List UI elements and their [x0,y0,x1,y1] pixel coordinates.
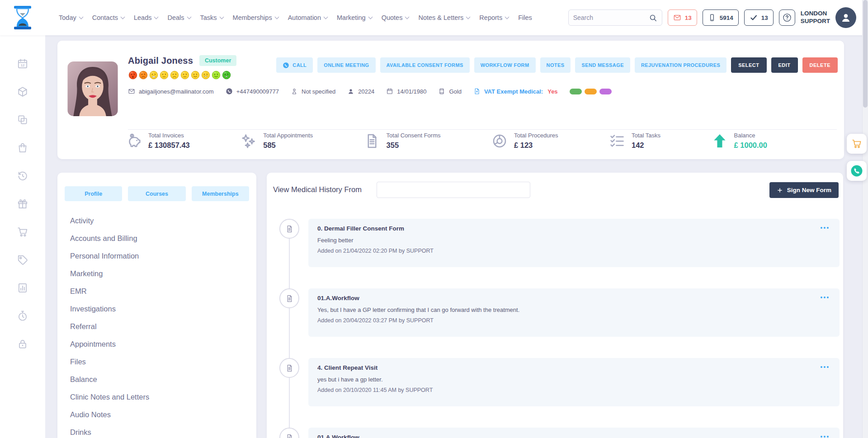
action-button[interactable]: AVAILABLE CONSENT FORMS [380,57,470,73]
client-photo[interactable] [67,61,118,116]
panel-menu-item[interactable]: Personal Information [70,247,256,265]
timeline-line [289,229,290,438]
mood-face-icon[interactable] [180,71,189,80]
action-button[interactable]: CALL [276,57,313,73]
action-button[interactable]: NOTES [540,57,571,73]
cart-icon[interactable] [17,226,28,238]
mood-face-icon[interactable] [212,71,221,80]
action-button[interactable]: WORKFLOW FORM [474,57,536,73]
panel-menu-item[interactable]: Drinks [70,424,256,438]
history-filter-input[interactable] [377,182,530,198]
contact-item-value: +447490009777 [236,88,279,95]
stopwatch-icon[interactable] [17,310,28,322]
nav-item[interactable]: Deals [167,14,190,21]
tasks-counter-button[interactable]: 13 [744,9,774,26]
history-icon[interactable] [17,170,28,182]
scrollbar-thumb[interactable] [863,0,868,108]
color-tag [599,89,612,94]
timeline-entry: 4. Client Repeat Visit yes but i have a … [308,358,840,406]
mood-face-icon[interactable] [222,71,231,80]
panel-menu-item[interactable]: EMR [70,283,256,300]
calls-counter-button[interactable]: 5914 [703,9,739,26]
donut-chart-icon [491,132,508,150]
entry-menu-button[interactable] [819,364,830,370]
search-input[interactable] [573,14,649,21]
nav-item[interactable]: Automation [288,14,327,21]
user-avatar[interactable] [835,7,856,28]
calendar-icon[interactable]: 12 [17,58,28,70]
mood-face-icon[interactable] [201,71,210,80]
nav-item[interactable]: Tasks [200,14,223,21]
location-line2: SUPPORT [801,18,830,25]
action-button[interactable]: EDIT [771,57,798,73]
floating-action-button[interactable] [847,134,867,154]
nav-item[interactable]: Memberships [233,14,278,21]
bar-chart-icon[interactable] [17,282,28,294]
nav-item[interactable]: Notes & Letters [418,14,470,21]
package-icon[interactable] [17,86,28,98]
help-button[interactable] [779,9,795,26]
sign-new-form-button[interactable]: Sign New Form [769,182,839,198]
lock-icon[interactable] [17,338,28,350]
nav-item[interactable]: Marketing [337,14,372,21]
panel-tab[interactable]: Memberships [192,186,249,201]
nav-item-label: Reports [479,14,502,21]
nav-item[interactable]: Files [518,14,532,21]
panel-menu-item[interactable]: Audio Notes [70,406,256,424]
stat-item: Total Procedures £ 123 [491,132,558,150]
panel-menu-item[interactable]: Marketing [70,265,256,283]
action-button[interactable]: ONLINE MEETING [317,57,375,73]
main-nav: Today Contacts Leads Deals Tasks Members… [59,14,532,21]
entry-menu-button[interactable] [819,434,830,438]
page-scrollbar [862,0,868,438]
panel-menu-item[interactable]: Clinic Notes and Letters [70,388,256,406]
mood-face-icon[interactable] [170,71,179,80]
panel-tab[interactable]: Profile [65,186,122,201]
nav-item[interactable]: Reports [479,14,509,21]
search-box[interactable] [568,9,662,26]
action-button[interactable]: REJUVENATION PROCEDURES [635,57,726,73]
panel-menu-item[interactable]: Appointments [70,335,256,353]
shopping-bag-icon[interactable] [17,142,28,154]
nav-item[interactable]: Quotes [382,14,409,21]
question-icon [782,13,792,23]
floating-action-button[interactable] [847,161,867,181]
mood-face-icon[interactable] [139,71,148,80]
price-tag-icon[interactable] [17,254,28,266]
location-line1: LONDON [801,10,830,18]
panel-tab[interactable]: Courses [128,186,185,201]
panel-menu-item[interactable]: Investigations [70,300,256,318]
client-name: Abigail Joness [128,56,193,66]
copy-icon[interactable] [17,114,28,126]
piggy-bank-icon [125,132,142,150]
form-node [279,358,299,378]
mood-face-icon[interactable] [160,71,169,80]
entry-menu-button[interactable] [819,225,830,231]
chevron-down-icon [219,14,224,19]
panel-menu-item[interactable]: Balance [70,371,256,388]
mood-face-icon[interactable] [149,71,158,80]
action-button[interactable]: SEND MESSAGE [575,57,630,73]
panel-menu-item[interactable]: Referral [70,318,256,335]
nav-item[interactable]: Leads [134,14,158,21]
mood-face-icon[interactable] [128,71,137,80]
user-icon [347,88,354,95]
nav-item[interactable]: Today [59,14,83,21]
gift-icon[interactable] [17,198,28,210]
chevron-down-icon [466,14,471,19]
timeline-entry: 01.A.Workflow [308,428,840,438]
entry-meta: Added on 21/04/2022 02:20 PM by SUPPORT [317,248,830,254]
action-button[interactable]: DELETE [802,57,838,73]
nav-item[interactable]: Contacts [92,14,124,21]
mood-face-icon[interactable] [191,71,200,80]
panel-menu-item[interactable]: Files [70,353,256,371]
search-icon[interactable] [649,14,657,22]
hourglass-logo-icon[interactable] [12,5,33,30]
panel-menu-item[interactable]: Accounts and Billing [70,230,256,247]
action-button[interactable]: SELECT [731,57,766,73]
cart-icon [851,138,862,149]
medical-history-panel: View Medical History From Sign New Form … [267,173,843,438]
entry-menu-button[interactable] [819,295,830,300]
messages-counter-button[interactable]: 13 [668,9,697,26]
panel-menu-item[interactable]: Activity [70,212,256,230]
